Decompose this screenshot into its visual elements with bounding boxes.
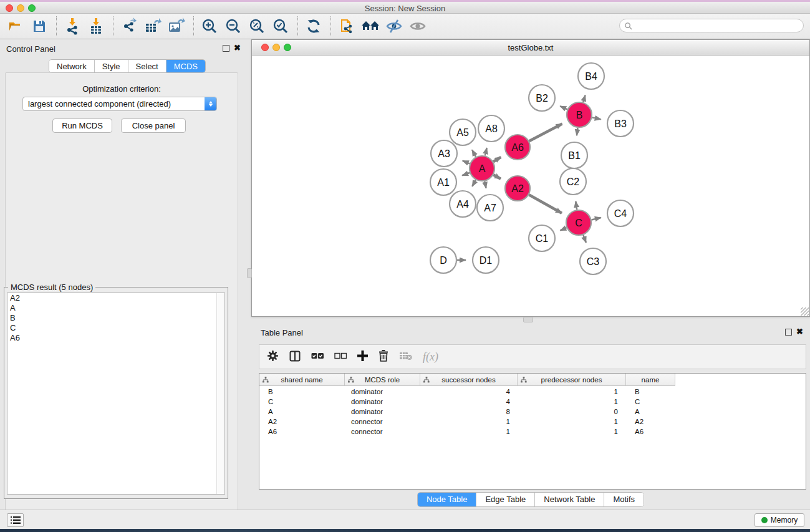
node-D1[interactable]: D1 bbox=[473, 247, 499, 273]
edge-B-B3[interactable] bbox=[592, 117, 601, 119]
close-panel-button[interactable]: Close panel bbox=[121, 118, 186, 133]
network-window-titlebar[interactable]: testGlobe.txt bbox=[252, 40, 809, 56]
edge-A-A7[interactable] bbox=[485, 181, 486, 188]
result-list-item[interactable]: B bbox=[7, 313, 224, 323]
table-cell[interactable]: B bbox=[626, 387, 675, 397]
edge-C-C3[interactable] bbox=[583, 235, 586, 243]
node-A6[interactable]: A6 bbox=[505, 135, 530, 160]
node-B2[interactable]: B2 bbox=[529, 85, 555, 111]
deselect-all-rows-icon[interactable] bbox=[334, 352, 347, 362]
edge-B-B1[interactable] bbox=[577, 128, 578, 135]
node-C[interactable]: C bbox=[566, 210, 591, 235]
zoom-selected-icon[interactable] bbox=[271, 16, 290, 36]
column-header[interactable]: MCDS role bbox=[345, 374, 420, 386]
edge-A-A8[interactable] bbox=[485, 148, 487, 155]
network-from-selection-icon[interactable] bbox=[337, 16, 356, 36]
table-cell[interactable]: 4 bbox=[420, 387, 518, 397]
refresh-icon[interactable] bbox=[304, 16, 323, 36]
table-cell[interactable]: A2 bbox=[259, 417, 345, 427]
network-canvas[interactable]: AA1A2A3A4A5A6A7A8BB1B2B3B4CC1C2C3C4DD1 bbox=[253, 56, 809, 316]
edge-A6-B[interactable] bbox=[529, 123, 562, 141]
tab-mcds[interactable]: MCDS bbox=[166, 60, 205, 73]
show-all-icon[interactable] bbox=[408, 16, 427, 36]
table-cell[interactable]: A bbox=[259, 407, 345, 417]
node-A2[interactable]: A2 bbox=[505, 176, 530, 201]
result-list-item[interactable]: A bbox=[7, 303, 224, 313]
node-A8[interactable]: A8 bbox=[478, 115, 504, 142]
table-cell[interactable]: 4 bbox=[420, 397, 518, 407]
export-table-icon[interactable] bbox=[143, 16, 162, 36]
edge-C-C1[interactable] bbox=[560, 228, 566, 230]
run-mcds-button[interactable]: Run MCDS bbox=[52, 118, 112, 133]
node-B3[interactable]: B3 bbox=[607, 110, 634, 137]
node-A3[interactable]: A3 bbox=[431, 140, 457, 167]
select-all-rows-icon[interactable] bbox=[311, 352, 324, 362]
close-table-panel-icon[interactable]: ✖ bbox=[796, 328, 803, 335]
window-resize-grip[interactable] bbox=[801, 307, 809, 316]
node-A4[interactable]: A4 bbox=[450, 191, 476, 217]
table-cell[interactable]: 1 bbox=[518, 427, 626, 437]
export-network-icon[interactable] bbox=[120, 16, 138, 36]
search-input[interactable] bbox=[632, 20, 803, 31]
tab-node-table[interactable]: Node Table bbox=[418, 493, 477, 506]
table-row[interactable]: Adominator80A bbox=[259, 407, 806, 417]
table-row[interactable]: Cdominator41C bbox=[259, 397, 806, 407]
edge-B-B4[interactable] bbox=[583, 95, 585, 102]
table-cell[interactable]: 1 bbox=[518, 387, 626, 397]
node-C2[interactable]: C2 bbox=[560, 168, 586, 195]
table-cell[interactable]: 1 bbox=[518, 417, 626, 427]
tab-style[interactable]: Style bbox=[95, 60, 128, 73]
memory-button[interactable]: Memory bbox=[755, 513, 804, 527]
result-list-item[interactable]: C bbox=[7, 323, 224, 333]
table-cell[interactable]: A6 bbox=[259, 427, 345, 437]
table-cell[interactable]: connector bbox=[345, 427, 420, 437]
table-cell[interactable]: 8 bbox=[420, 407, 518, 417]
node-A[interactable]: A bbox=[470, 156, 494, 181]
edge-A-A6[interactable] bbox=[493, 157, 501, 162]
edge-B-B2[interactable] bbox=[560, 106, 567, 109]
table-settings-gear-icon[interactable] bbox=[267, 350, 279, 364]
edge-A-A5[interactable] bbox=[472, 150, 476, 157]
table-cell[interactable]: A bbox=[626, 407, 675, 417]
zoom-fit-icon[interactable] bbox=[248, 16, 266, 36]
close-panel-icon[interactable]: ✖ bbox=[234, 44, 241, 51]
tab-network-table[interactable]: Network Table bbox=[535, 493, 604, 506]
node-B4[interactable]: B4 bbox=[578, 63, 604, 89]
edge-A-A1[interactable] bbox=[462, 173, 470, 175]
edge-C-C2[interactable] bbox=[576, 201, 577, 210]
export-image-icon[interactable] bbox=[167, 16, 186, 36]
node-B1[interactable]: B1 bbox=[561, 142, 587, 168]
edge-A-A2[interactable] bbox=[493, 175, 501, 179]
tab-edge-table[interactable]: Edge Table bbox=[476, 493, 535, 506]
column-header[interactable]: predecessor nodes bbox=[518, 374, 626, 386]
edge-A2-C[interactable] bbox=[529, 195, 562, 213]
table-cell[interactable]: dominator bbox=[345, 387, 420, 397]
import-table-icon[interactable] bbox=[87, 16, 105, 36]
table-cell[interactable]: A6 bbox=[626, 427, 675, 437]
result-list-item[interactable]: A6 bbox=[7, 333, 224, 343]
node-D[interactable]: D bbox=[430, 247, 456, 273]
table-cell[interactable]: dominator bbox=[345, 407, 420, 417]
float-table-panel-icon[interactable] bbox=[785, 329, 792, 336]
node-C3[interactable]: C3 bbox=[580, 248, 606, 274]
column-header[interactable]: shared name bbox=[259, 374, 345, 386]
float-panel-icon[interactable] bbox=[223, 45, 229, 52]
open-file-icon[interactable] bbox=[6, 16, 25, 36]
column-header[interactable]: name bbox=[626, 374, 675, 386]
result-list-item[interactable]: A2 bbox=[7, 293, 224, 303]
table-row[interactable]: A2connector11A2 bbox=[259, 417, 806, 427]
vertical-splitter-handle[interactable] bbox=[247, 268, 252, 278]
table-cell[interactable]: 1 bbox=[518, 397, 626, 407]
node-C1[interactable]: C1 bbox=[529, 225, 555, 251]
tab-motifs[interactable]: Motifs bbox=[604, 493, 644, 506]
node-C4[interactable]: C4 bbox=[607, 200, 634, 226]
zoom-out-icon[interactable] bbox=[224, 16, 243, 36]
table-cell[interactable]: 1 bbox=[420, 427, 518, 437]
tab-network[interactable]: Network bbox=[49, 60, 95, 73]
node-A5[interactable]: A5 bbox=[450, 119, 476, 145]
table-cell[interactable]: 1 bbox=[420, 417, 518, 427]
search-field[interactable] bbox=[619, 19, 804, 32]
edge-A-A3[interactable] bbox=[463, 161, 470, 164]
table-cell[interactable]: 0 bbox=[518, 407, 626, 417]
table-cell[interactable]: A2 bbox=[626, 417, 675, 427]
